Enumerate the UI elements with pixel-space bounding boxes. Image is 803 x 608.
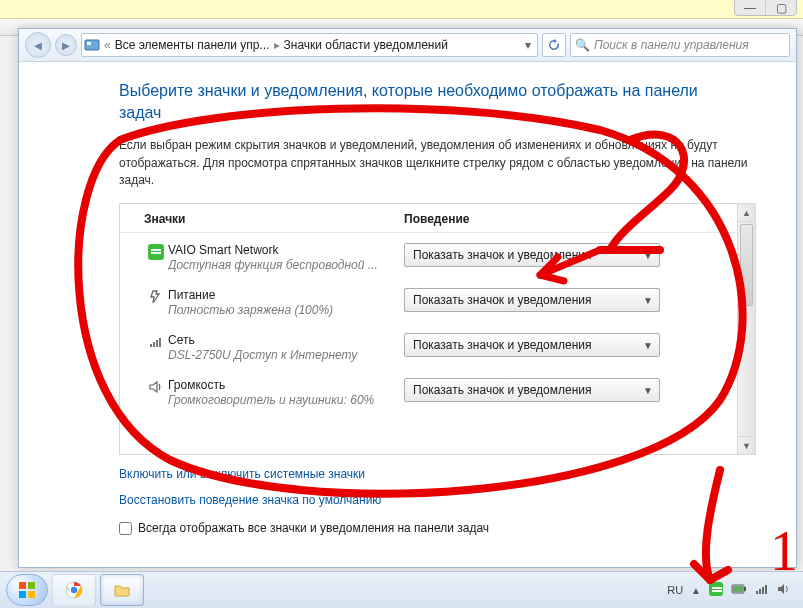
taskbar-app-chrome[interactable] [52, 574, 96, 606]
svg-rect-15 [756, 591, 758, 594]
chevron-down-icon: ▼ [643, 385, 653, 396]
dropdown-value: Показать значок и уведомления [413, 383, 592, 397]
svg-rect-18 [765, 585, 767, 594]
table-row: Питание Полностью заряжена (100%) Показа… [120, 278, 737, 323]
outer-window-buttons: — ▢ [734, 0, 797, 16]
scrollbar-thumb[interactable] [740, 224, 753, 306]
search-placeholder: Поиск в панели управления [594, 38, 749, 52]
refresh-icon [548, 39, 560, 51]
svg-rect-4 [156, 340, 158, 347]
row-subtitle: Полностью заряжена (100%) [168, 303, 398, 317]
start-button[interactable] [6, 574, 48, 606]
tray-volume-icon[interactable] [777, 582, 791, 599]
tray-network-icon[interactable] [755, 582, 769, 599]
chevron-down-icon: ▼ [643, 340, 653, 351]
windows-logo-icon [17, 580, 37, 600]
minimize-button[interactable]: — [735, 0, 765, 15]
svg-rect-14 [733, 586, 743, 592]
system-tray: RU ▲ [667, 582, 797, 599]
network-icon [144, 333, 168, 350]
chevron-right-icon: ▸ [274, 38, 280, 52]
svg-rect-16 [759, 589, 761, 594]
row-subtitle: DSL-2750U Доступ к Интернету [168, 348, 398, 362]
behavior-dropdown[interactable]: Показать значок и уведомления ▼ [404, 333, 660, 357]
left-gutter [19, 62, 119, 567]
chevron-down-icon: ▼ [643, 295, 653, 306]
dropdown-value: Показать значок и уведомления [413, 338, 592, 352]
dropdown-value: Показать значок и уведомления [413, 293, 592, 307]
maximize-button[interactable]: ▢ [765, 0, 796, 15]
svg-rect-13 [744, 587, 746, 591]
row-name: Громкость [168, 378, 404, 392]
behavior-dropdown[interactable]: Показать значок и уведомления ▼ [404, 288, 660, 312]
refresh-button[interactable] [542, 33, 566, 57]
taskbar: RU ▲ [0, 571, 803, 608]
behavior-dropdown[interactable]: Показать значок и уведомления ▼ [404, 378, 660, 402]
page-description: Если выбран режим скрытия значков и увед… [119, 137, 756, 189]
chevron-left-icon: « [104, 38, 111, 52]
toggle-system-icons-link[interactable]: Включить или выключить системные значки [119, 467, 756, 481]
breadcrumb-current[interactable]: Значки области уведомлений [284, 38, 448, 52]
nav-back-button[interactable]: ◄ [25, 32, 51, 58]
page-title: Выберите значки и уведомления, которые н… [119, 80, 739, 123]
always-show-checkbox[interactable] [119, 522, 132, 535]
volume-icon [144, 378, 168, 395]
row-name: Сеть [168, 333, 404, 347]
row-name: Питание [168, 288, 404, 302]
control-panel-window: ◄ ► « Все элементы панели упр... ▸ Значк… [18, 28, 797, 568]
column-header-icons: Значки [144, 212, 404, 226]
svg-rect-6 [19, 582, 26, 589]
control-panel-icon [84, 37, 100, 53]
svg-rect-5 [159, 338, 161, 347]
column-header-behavior: Поведение [404, 212, 469, 226]
breadcrumb-root[interactable]: Все элементы панели упр... [115, 38, 270, 52]
table-row: Сеть DSL-2750U Доступ к Интернету Показа… [120, 323, 737, 368]
always-show-label: Всегда отображать все значки и уведомлен… [138, 521, 489, 535]
scroll-up-button[interactable]: ▲ [738, 204, 755, 222]
svg-rect-17 [762, 587, 764, 594]
svg-point-11 [71, 587, 77, 593]
tray-vaio-icon[interactable] [709, 582, 723, 599]
table-row: Громкость Громкоговоритель и наушники: 6… [120, 368, 737, 413]
svg-rect-2 [150, 344, 152, 347]
breadcrumb-dropdown-icon[interactable]: ▾ [521, 38, 535, 52]
taskbar-app-explorer[interactable] [100, 574, 144, 606]
address-bar: ◄ ► « Все элементы панели упр... ▸ Значк… [19, 29, 796, 62]
search-box[interactable]: 🔍 Поиск в панели управления [570, 33, 790, 57]
row-name: VAIO Smart Network [168, 243, 404, 257]
row-subtitle: Доступная функция беспроводной ... [168, 258, 398, 272]
chrome-icon [65, 581, 83, 599]
folder-icon [113, 581, 131, 599]
tray-power-icon[interactable] [731, 582, 747, 598]
svg-rect-9 [28, 591, 35, 598]
search-icon: 🔍 [575, 38, 590, 52]
restore-defaults-link[interactable]: Восстановить поведение значка по умолчан… [119, 493, 756, 507]
svg-rect-3 [153, 342, 155, 347]
scroll-down-button[interactable]: ▼ [738, 436, 755, 454]
tray-language[interactable]: RU [667, 584, 683, 596]
tray-overflow-icon[interactable]: ▲ [691, 585, 701, 596]
behavior-dropdown[interactable]: Показать значок и уведомления ▼ [404, 243, 660, 267]
power-icon [144, 288, 168, 305]
table-row: VAIO Smart Network Доступная функция бес… [120, 233, 737, 278]
scrollbar[interactable]: ▲ ▼ [737, 204, 755, 454]
svg-rect-8 [19, 591, 26, 598]
outer-browser-top: — ▢ [0, 0, 803, 19]
nav-forward-button[interactable]: ► [55, 34, 77, 56]
notification-icons-table: Значки Поведение VAIO Smart Network Дост… [119, 203, 756, 455]
breadcrumb-bar[interactable]: « Все элементы панели упр... ▸ Значки об… [81, 33, 538, 57]
svg-rect-1 [87, 42, 91, 45]
chevron-down-icon: ▼ [643, 250, 653, 261]
dropdown-value: Показать значок и уведомления [413, 248, 592, 262]
vaio-network-icon [144, 243, 168, 260]
row-subtitle: Громкоговоритель и наушники: 60% [168, 393, 398, 407]
svg-rect-7 [28, 582, 35, 589]
